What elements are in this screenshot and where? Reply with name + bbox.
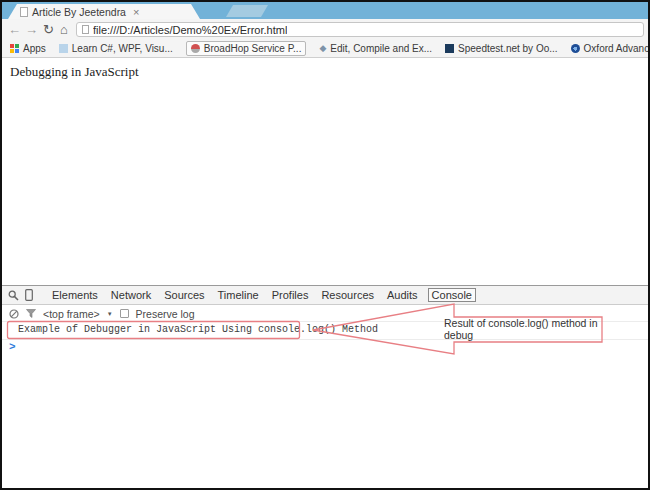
bookmark-label: Oxford Advanced Le...: [584, 43, 650, 54]
devtools-tab-elements[interactable]: Elements: [52, 289, 98, 301]
devtools-tab-console[interactable]: Console: [428, 288, 476, 302]
bookmark-label: Learn C#, WPF, Visu...: [72, 43, 173, 54]
bookmarks-bar: Apps Learn C#, WPF, Visu... BroadHop Ser…: [2, 40, 648, 58]
clear-console-icon[interactable]: [9, 309, 19, 319]
page-heading: Debugging in JavaScript: [10, 64, 139, 80]
bookmark-label: Edit, Compile and Ex...: [330, 43, 432, 54]
navigation-toolbar: ← → ↻ ⌂ file:///D:/Articles/Demo%20Ex/Er…: [2, 19, 648, 40]
new-tab-button[interactable]: [226, 5, 268, 17]
preserve-log-checkbox[interactable]: [120, 309, 129, 318]
forward-icon[interactable]: →: [25, 21, 38, 38]
devtools-tab-sources[interactable]: Sources: [164, 289, 204, 301]
bookmark-favicon-icon: [191, 44, 200, 53]
annotation-text: Result of console.log() method in debug: [444, 317, 626, 341]
preserve-log-label: Preserve log: [136, 308, 195, 320]
close-tab-icon[interactable]: ×: [133, 7, 139, 17]
tab-strip: Article By Jeetendra ×: [2, 2, 648, 19]
devtools-tab-timeline[interactable]: Timeline: [218, 289, 259, 301]
back-icon[interactable]: ←: [8, 21, 21, 38]
bookmark-edit-compile[interactable]: ◆ Edit, Compile and Ex...: [319, 43, 432, 54]
bookmark-label: Speedtest.net by Oo...: [458, 43, 558, 54]
browser-window: Article By Jeetendra × ← → ↻ ⌂ file:///D…: [0, 0, 650, 490]
bookmark-favicon-icon: [571, 44, 580, 53]
bookmark-label: Apps: [23, 43, 46, 54]
home-icon[interactable]: ⌂: [60, 21, 68, 38]
page-icon: [82, 25, 89, 34]
bookmark-broadhop[interactable]: BroadHop Service P...: [186, 41, 307, 56]
bookmark-label: BroadHop Service P...: [204, 43, 302, 54]
console-prompt[interactable]: >: [9, 341, 16, 353]
devtools-tab-audits[interactable]: Audits: [387, 289, 418, 301]
devtools-tabbar: Elements Network Sources Timeline Profil…: [2, 285, 648, 305]
bookmark-favicon-icon: [445, 44, 454, 53]
bookmark-apps[interactable]: Apps: [10, 43, 46, 54]
page-favicon-icon: [20, 7, 28, 17]
browser-tab[interactable]: Article By Jeetendra ×: [8, 4, 200, 19]
devtools-tab-network[interactable]: Network: [111, 289, 151, 301]
device-mode-icon[interactable]: [25, 289, 33, 301]
tab-title: Article By Jeetendra: [32, 6, 126, 18]
diamond-icon: ◆: [319, 44, 326, 53]
devtools-tab-resources[interactable]: Resources: [321, 289, 374, 301]
bookmark-oxford[interactable]: Oxford Advanced Le...: [571, 43, 650, 54]
chevron-down-icon[interactable]: ▼: [107, 311, 113, 317]
bookmark-learn-csharp[interactable]: Learn C#, WPF, Visu...: [59, 43, 173, 54]
bookmark-speedtest[interactable]: Speedtest.net by Oo...: [445, 43, 558, 54]
filter-icon[interactable]: [26, 309, 36, 318]
address-bar[interactable]: file:///D:/Articles/Demo%20Ex/Error.html: [76, 22, 644, 37]
devtools-tab-profiles[interactable]: Profiles: [272, 289, 309, 301]
reload-icon[interactable]: ↻: [43, 21, 54, 38]
console-log-message: Example of Debugger in JavaScript Using …: [18, 324, 378, 335]
frame-selector[interactable]: <top frame>: [43, 308, 100, 320]
inspect-element-icon[interactable]: [8, 290, 19, 301]
url-text: file:///D:/Articles/Demo%20Ex/Error.html: [93, 24, 287, 36]
page-content: Debugging in JavaScript: [2, 59, 648, 285]
bookmark-favicon-icon: [59, 44, 68, 53]
apps-grid-icon: [10, 44, 19, 53]
